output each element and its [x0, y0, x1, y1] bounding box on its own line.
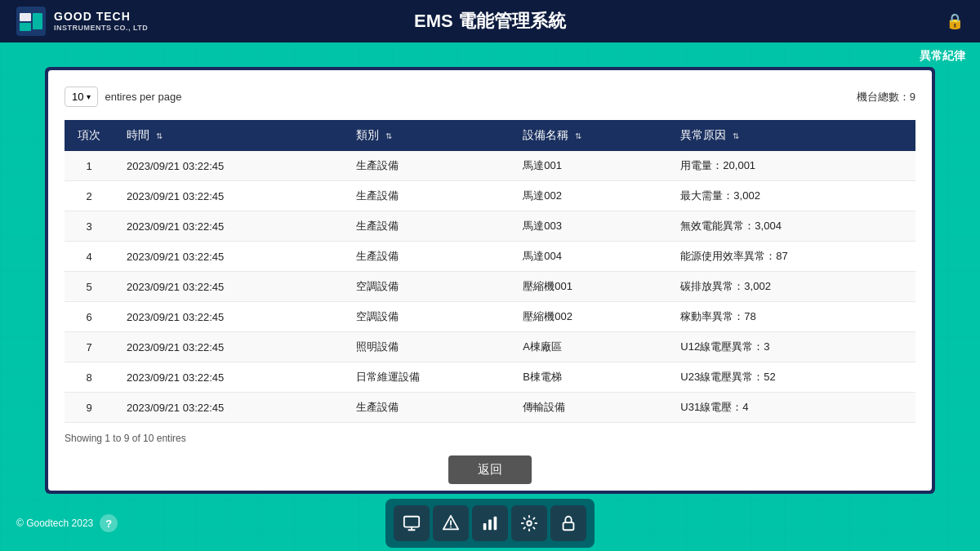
table-row: 8 2023/09/21 03:22:45 日常維運設備 B棟電梯 U23線電壓… [65, 362, 915, 393]
col-device[interactable]: 設備名稱 ⇅ [510, 120, 667, 151]
cell-index: 8 [65, 362, 114, 393]
return-button[interactable]: 返回 [448, 455, 532, 484]
col-time[interactable]: 時間 ⇅ [114, 120, 343, 151]
col-category-label: 類別 [356, 128, 379, 141]
cell-category: 照明設備 [343, 332, 510, 362]
top-controls: 10 ▾ entires per page 機台總數：9 [65, 87, 915, 107]
sort-icon: ⇅ [575, 131, 581, 140]
cell-reason: 能源使用效率異常：87 [667, 242, 915, 272]
cell-device: 壓縮機001 [510, 272, 667, 302]
cell-reason: 用電量：20,001 [667, 151, 915, 181]
table-row: 1 2023/09/21 03:22:45 生產設備 馬達001 用電量：20,… [65, 151, 915, 181]
table-row: 9 2023/09/21 03:22:45 生產設備 傳輸設備 U31線電壓：4 [65, 393, 915, 423]
cell-index: 9 [65, 393, 114, 423]
chevron-down-icon: ▾ [87, 92, 91, 101]
cell-reason: 無效電能異常：3,004 [667, 211, 915, 242]
nav-monitor-button[interactable] [394, 505, 430, 541]
svg-point-8 [527, 521, 532, 526]
cell-index: 7 [65, 332, 114, 362]
lock-icon: 🔒 [946, 12, 964, 30]
main-background: 異常紀律 10 ▾ entires per page 機台總數：9 [0, 42, 980, 551]
col-category[interactable]: 類別 ⇅ [343, 120, 510, 151]
cell-time: 2023/09/21 03:22:45 [114, 242, 343, 272]
cell-device: 馬達002 [510, 181, 667, 211]
table-row: 2 2023/09/21 03:22:45 生產設備 馬達002 最大需量：3,… [65, 181, 915, 211]
cell-category: 生產設備 [343, 151, 510, 181]
svg-rect-7 [494, 517, 497, 531]
cell-device: 馬達001 [510, 151, 667, 181]
cell-index: 3 [65, 211, 114, 242]
nav-chart-button[interactable] [472, 505, 508, 541]
table-header: 項次 時間 ⇅ 類別 ⇅ 設備名稱 ⇅ [65, 120, 915, 151]
nav-warning-button[interactable] [433, 505, 469, 541]
cell-category: 生產設備 [343, 242, 510, 272]
logo-icon [16, 7, 46, 36]
cell-category: 生產設備 [343, 393, 510, 423]
cell-device: 壓縮機002 [510, 302, 667, 332]
nav-icons [385, 499, 595, 548]
table-footer: Showing 1 to 9 of 10 entires [65, 433, 915, 444]
cell-device: 馬達003 [510, 211, 667, 242]
cell-index: 1 [65, 151, 114, 181]
svg-rect-5 [483, 523, 487, 530]
monitor-icon [403, 514, 421, 532]
cell-reason: U12線電壓異常：3 [667, 332, 915, 362]
return-btn-row: 返回 [65, 455, 915, 484]
cell-device: 傳輸設備 [510, 393, 667, 423]
sort-icon: ⇅ [733, 131, 739, 140]
sort-icon: ⇅ [156, 131, 163, 140]
cell-time: 2023/09/21 03:22:45 [114, 393, 343, 423]
col-device-label: 設備名稱 [523, 128, 568, 141]
cell-time: 2023/09/21 03:22:45 [114, 151, 343, 181]
col-reason-label: 異常原因 [680, 128, 726, 141]
cell-index: 6 [65, 302, 114, 332]
cell-index: 2 [65, 181, 114, 211]
col-index-label: 項次 [78, 128, 100, 141]
cell-index: 5 [65, 272, 114, 302]
cell-time: 2023/09/21 03:22:45 [114, 272, 343, 302]
total-count: 機台總數：9 [857, 90, 915, 104]
copyright: © Goodtech 2023 ? [16, 514, 118, 532]
sort-icon: ⇅ [385, 131, 392, 140]
col-time-label: 時間 [127, 128, 149, 141]
nav-gear-button[interactable] [511, 505, 547, 541]
anomaly-label: 異常紀律 [920, 49, 965, 64]
cell-category: 空調設備 [343, 302, 510, 332]
table-body: 1 2023/09/21 03:22:45 生產設備 馬達001 用電量：20,… [65, 151, 915, 423]
svg-rect-9 [564, 522, 574, 530]
cell-device: 馬達004 [510, 242, 667, 272]
table-row: 3 2023/09/21 03:22:45 生產設備 馬達003 無效電能異常：… [65, 211, 915, 242]
svg-rect-2 [20, 23, 31, 31]
cell-category: 生產設備 [343, 181, 510, 211]
data-table: 項次 時間 ⇅ 類別 ⇅ 設備名稱 ⇅ [65, 120, 915, 423]
gear-icon [520, 514, 538, 532]
svg-rect-1 [20, 13, 31, 21]
main-panel: 10 ▾ entires per page 機台總數：9 項次 時間 [45, 67, 935, 494]
lock-icon [559, 514, 577, 532]
panel-inner: 10 ▾ entires per page 機台總數：9 項次 時間 [48, 70, 932, 491]
cell-reason: 稼動率異常：78 [667, 302, 915, 332]
cell-reason: U23線電壓異常：52 [667, 362, 915, 393]
bottom-bar: © Goodtech 2023 ? [0, 495, 980, 551]
col-reason[interactable]: 異常原因 ⇅ [667, 120, 915, 151]
cell-category: 日常維運設備 [343, 362, 510, 393]
cell-reason: U31線電壓：4 [667, 393, 915, 423]
col-index: 項次 [65, 120, 114, 151]
table-row: 5 2023/09/21 03:22:45 空調設備 壓縮機001 碳排放異常：… [65, 272, 915, 302]
cell-time: 2023/09/21 03:22:45 [114, 211, 343, 242]
svg-rect-4 [404, 517, 419, 527]
table-row: 4 2023/09/21 03:22:45 生產設備 馬達004 能源使用效率異… [65, 242, 915, 272]
cell-time: 2023/09/21 03:22:45 [114, 302, 343, 332]
cell-time: 2023/09/21 03:22:45 [114, 362, 343, 393]
cell-device: B棟電梯 [510, 362, 667, 393]
cell-category: 空調設備 [343, 272, 510, 302]
cell-reason: 最大需量：3,002 [667, 181, 915, 211]
warning-icon [442, 514, 460, 532]
header: GOOD TECH INSTRUMENTS CO., LTD EMS 電能管理系… [0, 0, 980, 42]
nav-lock-button[interactable] [550, 505, 586, 541]
per-page-select[interactable]: 10 ▾ [65, 87, 98, 107]
per-page-control: 10 ▾ entires per page [65, 87, 181, 107]
header-title: EMS 電能管理系統 [414, 9, 566, 33]
help-icon[interactable]: ? [100, 514, 118, 532]
logo: GOOD TECH INSTRUMENTS CO., LTD [16, 7, 148, 36]
